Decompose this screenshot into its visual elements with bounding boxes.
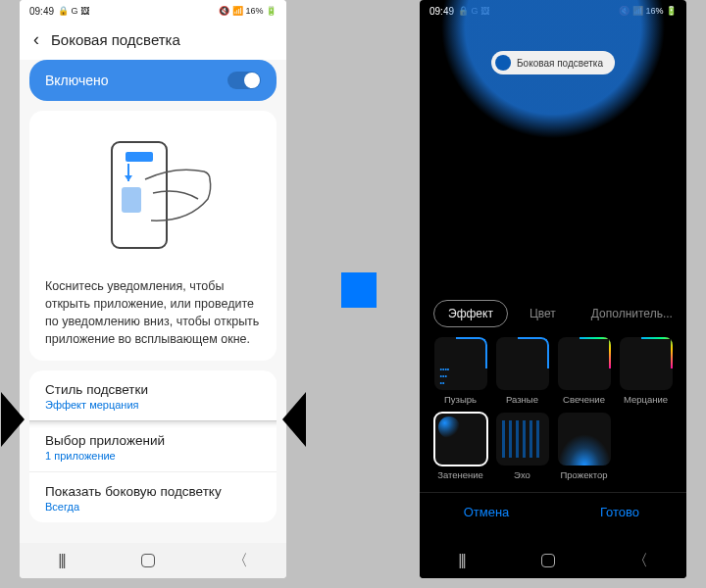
effect-picker-screen: 09:49 🔒 G 🖼 🔇 📶 16% 🔋 Боковая подсветка … [420,0,686,578]
nav-back-icon[interactable]: 〈 [632,551,648,571]
tab-additional[interactable]: Дополнитель... [578,301,686,326]
effect-thumbnail [558,337,611,390]
effect-preview: Боковая подсветка [420,22,686,296]
effect-option[interactable]: Пузырь [431,337,489,405]
effect-thumbnail [496,413,549,466]
effect-thumbnail [558,413,611,466]
nav-recents-icon[interactable]: ||| [458,552,464,569]
pill-dot-icon [495,55,511,71]
cancel-button[interactable]: Отмена [420,493,553,531]
effect-thumbnail [620,337,673,390]
effect-label: Пузырь [444,394,477,405]
status-time: 09:49 [29,6,54,17]
setting-row-show[interactable]: Показать боковую подсветку Всегда [29,471,277,522]
page-title: Боковая подсветка [51,31,180,48]
effect-option[interactable]: Свечение [555,337,613,405]
row-title: Стиль подсветки [45,382,261,397]
effect-grid: ПузырьРазныеСвечениеМерцаниеЗатенениеЭхо… [420,337,686,488]
action-bar: Отмена Готово [420,492,686,531]
nav-back-icon[interactable]: 〈 [232,551,248,571]
effect-option[interactable]: Затенение [431,413,489,480]
status-bar: 09:49 🔒 G 🖼 🔇 📶 16% 🔋 [20,0,286,22]
title-bar: ‹ Боковая подсветка [20,22,286,60]
nav-bar: ||| 〈 [420,543,686,578]
focus-pointer-right-icon [282,392,306,447]
nav-bar: ||| 〈 [20,543,286,578]
effect-option[interactable]: Мерцание [617,337,675,405]
svg-rect-1 [126,152,153,162]
effect-thumbnail [434,337,487,390]
focus-pointer-left-icon [1,392,25,447]
effect-label: Мерцание [624,394,668,405]
effect-thumbnail [434,413,487,466]
master-toggle-row[interactable]: Включено [29,60,277,101]
effect-option[interactable]: Разные [493,337,551,405]
enabled-label: Включено [45,73,109,88]
effect-tabs: Эффект Цвет Дополнитель... [420,296,686,337]
effect-thumbnail [496,337,549,390]
pill-label: Боковая подсветка [517,58,603,69]
preview-notification-pill: Боковая подсветка [491,51,615,74]
connector-arrow-icon [341,272,377,308]
effect-label: Эхо [514,469,530,480]
info-card: Коснитесь уведомления, чтобы открыть при… [29,111,277,361]
effect-option[interactable]: Прожектор [555,413,613,480]
nav-home-icon[interactable] [541,554,555,567]
row-subtitle: Эффект мерцания [45,399,261,411]
nav-recents-icon[interactable]: ||| [58,552,64,569]
tab-effect[interactable]: Эффект [433,300,508,327]
status-left-icons: 🔒 G 🖼 [58,6,89,16]
status-right-icons: 🔇 📶 16% 🔋 [219,6,277,16]
row-title: Выбор приложений [45,433,261,448]
settings-list: Стиль подсветки Эффект мерцания Выбор пр… [29,370,277,522]
settings-screen: 09:49 🔒 G 🖼 🔇 📶 16% 🔋 ‹ Боковая подсветк… [20,0,286,578]
nav-home-icon[interactable] [141,554,155,567]
row-title: Показать боковую подсветку [45,484,261,499]
row-subtitle: 1 приложение [45,450,261,462]
effect-label: Затенение [437,469,483,480]
done-button[interactable]: Готово [553,493,686,531]
tab-color[interactable]: Цвет [516,301,570,326]
effect-label: Прожектор [560,469,607,480]
effect-label: Свечение [563,394,605,405]
back-icon[interactable]: ‹ [33,29,39,50]
effect-option[interactable]: Эхо [493,413,551,480]
description-text: Коснитесь уведомления, чтобы открыть при… [45,277,261,349]
row-subtitle: Всегда [45,501,261,513]
setting-row-apps[interactable]: Выбор приложений 1 приложение [29,420,277,471]
effect-label: Разные [506,394,538,405]
svg-rect-4 [122,187,141,213]
svg-marker-3 [125,175,132,181]
gesture-illustration [45,126,261,264]
setting-row-style[interactable]: Стиль подсветки Эффект мерцания [29,370,277,420]
toggle-switch[interactable] [227,72,261,89]
